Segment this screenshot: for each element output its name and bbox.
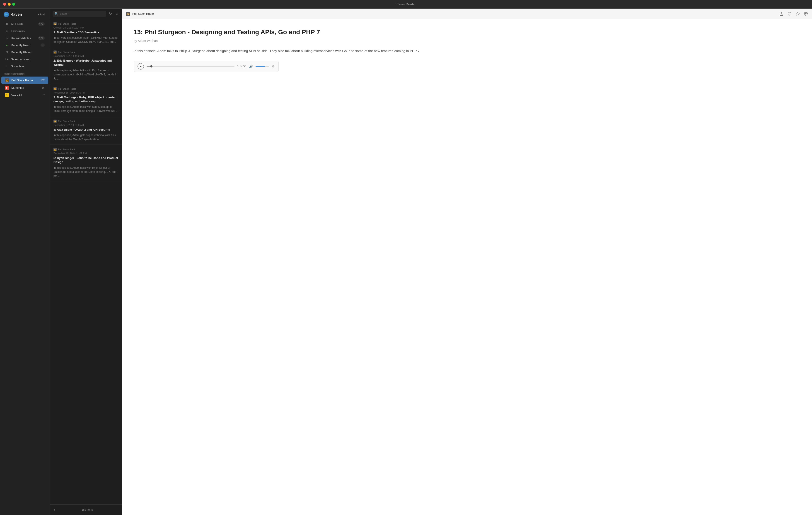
sub-label: Full Stack Radio — [11, 79, 38, 82]
share-button[interactable] — [779, 11, 784, 16]
play-button[interactable]: ▶ — [138, 63, 144, 69]
settings-icon[interactable]: ⊕ — [115, 11, 119, 17]
circle-button[interactable] — [787, 11, 792, 16]
article-date: December 8, 2014 8:00 AM — [54, 124, 118, 126]
sidebar-item-label: Show less — [11, 65, 45, 68]
sub-icon-munchies: ▶ — [5, 86, 9, 90]
middle-toolbar: 🔍 ↻ ⊕ — [50, 9, 122, 19]
traffic-lights — [3, 3, 15, 6]
app-body: 🐦 Raven + Add ≡ All Feeds 177 ☆ Favourit… — [0, 9, 812, 515]
svg-point-0 — [788, 12, 791, 16]
player-gear-icon[interactable]: ⚙ — [272, 65, 275, 68]
source-name: Full Stack Radio — [58, 23, 76, 25]
prev-page-button[interactable]: ‹ — [53, 507, 56, 513]
logo: 🐦 Raven — [4, 12, 22, 17]
middle-panel: 🔍 ↻ ⊕ 📻 Full Stack Radio October 18, 201… — [50, 9, 122, 515]
subscription-item-munchies[interactable]: ▶ Munchies 15 — [1, 84, 48, 91]
source-name: Full Stack Radio — [58, 120, 76, 123]
table-row[interactable]: 📻 Full Stack Radio November 16, 2014 9:3… — [50, 84, 122, 116]
titlebar: Raven Reader — [0, 0, 812, 9]
duration-label: 1:14:53 — [237, 65, 246, 68]
article-title: 4: Alex Bilbie - OAuth 2 and API Securit… — [54, 128, 118, 132]
source-icon: 📻 — [54, 87, 57, 90]
volume-bar[interactable] — [256, 66, 269, 67]
source-icon: 📻 — [54, 148, 57, 151]
source-icon: 📻 — [54, 120, 57, 123]
sidebar-item-show-less[interactable]: ↑ Show less — [1, 63, 48, 69]
sidebar-header: 🐦 Raven + Add — [0, 9, 50, 20]
sidebar-item-saved-articles[interactable]: ✂ Saved articles — [1, 56, 48, 62]
source-icon: 📻 — [54, 22, 57, 25]
progress-bar[interactable] — [147, 66, 234, 67]
close-button[interactable] — [3, 3, 6, 6]
source-name: Full Stack Radio — [58, 148, 76, 151]
article-excerpt: In this episode, Adam talks with Ryan Si… — [54, 166, 118, 178]
items-count: 152 items — [82, 508, 93, 511]
sidebar-item-all-feeds[interactable]: ≡ All Feeds 177 — [1, 21, 48, 27]
maximize-button[interactable] — [12, 3, 15, 6]
settings-button[interactable] — [803, 11, 808, 16]
sidebar-item-label: Saved articles — [11, 58, 45, 61]
article-title: 2: Eric Barnes - Wardrobe, Javascript an… — [54, 59, 118, 67]
svg-marker-1 — [796, 12, 800, 15]
article-title: 3: Matt Machuga - Ruby, PHP, object orie… — [54, 95, 118, 103]
article-source: 📻 Full Stack Radio — [54, 22, 118, 25]
article-date: October 18, 2014 12:27 PM — [54, 26, 118, 29]
sidebar: 🐦 Raven + Add ≡ All Feeds 177 ☆ Favourit… — [0, 9, 50, 515]
article-list: 📻 Full Stack Radio October 18, 2014 12:2… — [50, 19, 122, 504]
sidebar-item-recently-read[interactable]: ● Recently Read 3 — [1, 42, 48, 49]
unread-articles-icon: ○ — [5, 36, 9, 40]
subscriptions-list: 📻 Full Stack Radio 152 ▶ Munchies 15 1 V… — [0, 76, 50, 99]
volume-filled — [256, 66, 265, 67]
table-row[interactable]: 📻 Full Stack Radio October 18, 2014 12:2… — [50, 19, 122, 47]
all-feeds-icon: ≡ — [5, 22, 9, 26]
article-excerpt: In this episode, Adam gets super technic… — [54, 133, 118, 141]
volume-icon: 🔊 — [249, 65, 253, 68]
article-body: In this episode, Adam talks to Philip J.… — [134, 48, 801, 54]
sub-count: 7 — [43, 94, 45, 96]
sidebar-item-count: 177 — [38, 23, 45, 26]
article-date: December 18, 2014 11:09 PM — [54, 152, 118, 155]
sidebar-item-unread-articles[interactable]: ○ Unread Articles 174 — [1, 35, 48, 41]
refresh-icon[interactable]: ↻ — [108, 11, 113, 17]
gear-icon — [804, 12, 808, 16]
subscription-item-vox-all[interactable]: 1 Vox - All 7 — [1, 91, 48, 99]
article-title: 5: Ryan Singer - Jobs-to-be-Done and Pro… — [54, 156, 118, 164]
source-name: Full Stack Radio — [58, 87, 76, 90]
sub-count: 152 — [40, 79, 45, 82]
add-button[interactable]: + Add — [36, 12, 46, 17]
star-button[interactable] — [795, 11, 800, 16]
search-input[interactable] — [60, 12, 105, 16]
circle-icon — [787, 12, 792, 16]
share-icon — [779, 12, 783, 16]
audio-player: ▶ 1:14:53 🔊 ⚙ — [134, 61, 279, 72]
star-icon — [796, 12, 800, 16]
article-excerpt: In our very first episode, Adam talks wi… — [54, 36, 118, 44]
recently-played-icon: ⊙ — [5, 50, 9, 54]
svg-point-2 — [806, 13, 807, 14]
article-source: 📻 Full Stack Radio — [54, 120, 118, 123]
sidebar-item-recently-played[interactable]: ⊙ Recently Played — [1, 49, 48, 56]
article-source: 📻 Full Stack Radio — [54, 148, 118, 151]
article-excerpt: In this episode, Adam talks with Matt Ma… — [54, 105, 118, 113]
article-author: by Adam Wathan — [134, 39, 801, 42]
subscription-item-full-stack-radio[interactable]: 📻 Full Stack Radio 152 — [1, 77, 48, 84]
progress-thumb — [150, 65, 152, 67]
table-row[interactable]: 📻 Full Stack Radio December 8, 2014 8:00… — [50, 116, 122, 145]
article-date: November 16, 2014 9:30 PM — [54, 91, 118, 94]
sub-icon-full-stack-radio: 📻 — [5, 78, 9, 82]
right-panel: 📻 Full Stack Radio — [122, 9, 812, 515]
table-row[interactable]: 📻 Full Stack Radio November 3, 2014 4:00… — [50, 47, 122, 84]
table-row[interactable]: 📻 Full Stack Radio December 18, 2014 11:… — [50, 145, 122, 181]
sidebar-item-favourites[interactable]: ☆ Favourites — [1, 28, 48, 34]
sidebar-item-count: 174 — [38, 36, 45, 40]
sidebar-item-label: Recently Played — [11, 51, 45, 54]
sub-label: Munchies — [11, 86, 40, 89]
app-title: Raven Reader — [397, 2, 415, 6]
recently-read-icon: ● — [5, 43, 9, 47]
progress-filled — [147, 66, 150, 67]
subscriptions-label: SUBSCRIPTIONS — [0, 71, 50, 76]
minimize-button[interactable] — [8, 3, 11, 6]
sub-count: 15 — [42, 86, 45, 89]
source-name: Full Stack Radio — [58, 51, 76, 54]
